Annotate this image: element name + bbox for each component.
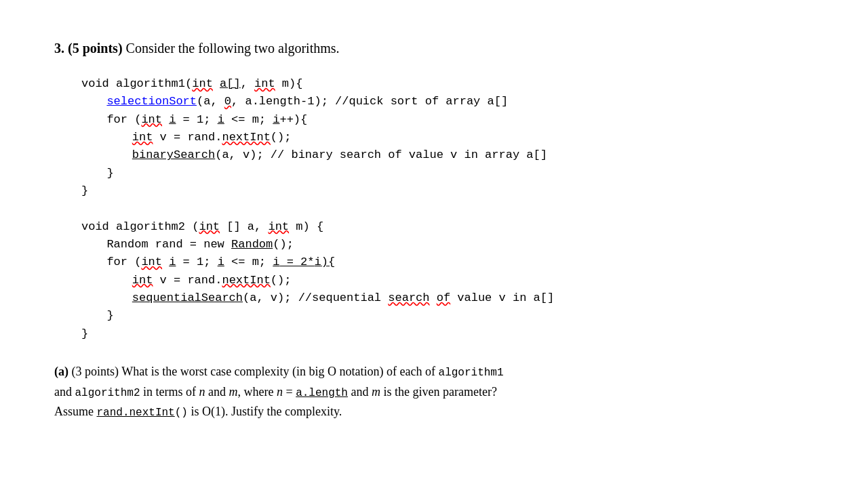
part-a-text3: in terms of n and m, where n = [140,385,296,399]
algo2-line4: sequentialSearch(a, v); //sequential sea… [81,289,814,307]
question-points: (5 points) [68,41,123,56]
algo2-line1: Random rand = new Random(); [81,236,814,253]
algo1-inline: algorithm1 [439,367,504,379]
a-length-inline: a.length [296,387,348,399]
algo2-line5: } [81,307,814,325]
rand-nextint-inline: rand.nextInt() [97,407,188,419]
algo-separator [81,200,814,218]
algo1-line3: int v = rand.nextInt(); [81,129,814,146]
algo2-inline: algorithm2 [75,387,140,399]
part-a-text4: and m is the given parameter? [348,385,497,399]
part-a-label: (a) [54,365,68,378]
question-number: 3. [54,41,64,56]
algo1-line2: for (int i = 1; i <= m; i++){ [81,111,814,129]
part-a: (a) (3 points) What is the worst case co… [54,362,800,422]
algo1-line4: binarySearch(a, v); // binary search of … [81,146,814,164]
algo2-line6: } [81,325,814,343]
algo2-line3: int v = rand.nextInt(); [81,272,814,289]
algo1-line1: selectionSort(a, 0, a.length-1); //quick… [81,93,814,110]
part-a-points: (3 points) What is the worst case comple… [72,365,439,378]
algorithm1-block: void algorithm1(int a[], int m){ selecti… [81,75,814,343]
algo2-line2: for (int i = 1; i <= m; i = 2*i){ [81,253,814,271]
part-a-text5: is O(1). Justify the complexity. [188,405,342,418]
question-intro: Consider the following two algorithms. [126,41,340,56]
question-header: 3. (5 points) Consider the following two… [54,41,814,56]
algo2-signature: void algorithm2 (int [] a, int m) { [81,218,814,236]
algo1-signature: void algorithm1(int a[], int m){ [81,75,814,93]
part-a-line2: Assume [54,405,97,418]
algo1-line6: } [81,182,814,200]
algo1-line5: } [81,165,814,182]
part-a-text2: and [54,385,75,399]
question-container: 3. (5 points) Consider the following two… [54,41,814,422]
